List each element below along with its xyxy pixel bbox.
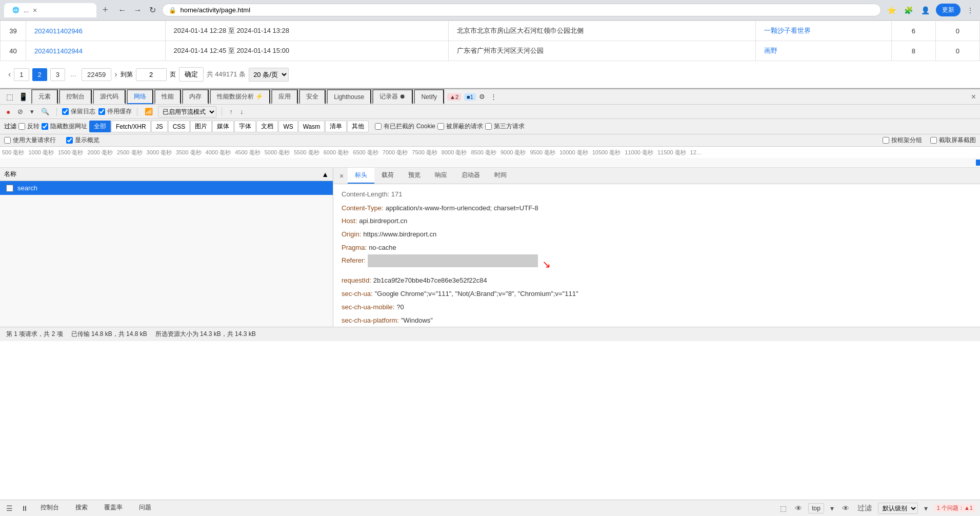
bottom-tab-issues[interactable]: 问题 — [133, 501, 157, 515]
group-by-frame-label[interactable]: 按框架分组 — [883, 136, 922, 145]
screenshot-checkbox[interactable] — [930, 137, 937, 144]
filter-type-字体[interactable]: 字体 — [234, 121, 256, 132]
details-tab-启动器[interactable]: 启动器 — [454, 168, 487, 184]
hide-data-urls-checkbox[interactable] — [42, 123, 48, 130]
prev-page-btn[interactable]: ‹ — [8, 70, 11, 79]
per-page-select[interactable]: 20 条/页 — [249, 68, 289, 82]
filter-type-CSS[interactable]: CSS — [168, 121, 190, 132]
devtools-tab-记录器⏺[interactable]: 记录器 ⏺ — [372, 89, 413, 104]
hide-data-urls-label[interactable]: 隐藏数据网址 — [42, 122, 87, 131]
devtools-tab-内存[interactable]: 内存 — [182, 89, 209, 104]
bottom-filter-btn[interactable]: 过滤 — [855, 503, 874, 514]
bottom-pause-btn[interactable]: ⏸ — [19, 503, 30, 513]
filter-type-文档[interactable]: 文档 — [256, 121, 278, 132]
filter-type-媒体[interactable]: 媒体 — [212, 121, 234, 132]
update-button[interactable]: 更新 — [936, 4, 961, 16]
address-bar[interactable]: 🔒 — [162, 4, 881, 16]
blocked-requests-label[interactable]: 被屏蔽的请求 — [437, 122, 483, 131]
filter-type-全部[interactable]: 全部 — [89, 121, 111, 132]
filter-type-Fetch/XHR[interactable]: Fetch/XHR — [111, 121, 151, 132]
bottom-arrow-btn[interactable]: ▾ — [828, 503, 836, 513]
profile-btn[interactable]: 👤 — [919, 4, 932, 16]
export-btn[interactable]: ↓ — [238, 107, 246, 116]
large-rows-checkbox[interactable] — [4, 137, 11, 144]
disable-cache-label[interactable]: 停用缓存 — [98, 107, 132, 116]
streaming-select[interactable]: 已启用节流模式 — [158, 106, 216, 117]
devtools-tab-安全[interactable]: 安全 — [299, 89, 326, 104]
devtools-close-btn[interactable]: × — [971, 92, 976, 102]
bottom-settings-btn[interactable]: ▾ — [922, 503, 930, 513]
record-btn[interactable]: ● — [4, 107, 12, 117]
inverse-checkbox-label[interactable]: 反转 — [18, 122, 39, 131]
back-button[interactable]: ← — [116, 4, 129, 17]
details-tab-载荷[interactable]: 载荷 — [374, 168, 401, 184]
filter-type-其他[interactable]: 其他 — [347, 121, 369, 132]
bookmark-btn[interactable]: ⭐ — [885, 4, 898, 16]
row-id-link[interactable]: 2024011402946 — [34, 27, 83, 35]
screenshot-label[interactable]: 截取屏幕截图 — [930, 136, 976, 145]
devtools-tab-应用[interactable]: 应用 — [271, 89, 298, 104]
request-checkbox[interactable] — [6, 185, 13, 192]
menu-btn[interactable]: ⋮ — [965, 4, 976, 16]
devtools-tab-性能[interactable]: 性能 — [154, 89, 181, 104]
devtools-tab-网络[interactable]: 网络 — [127, 89, 153, 104]
row-id-link[interactable]: 2024011402944 — [34, 47, 83, 55]
blocked-cookies-label[interactable]: 有已拦截的 Cookie — [375, 122, 435, 131]
address-input[interactable] — [181, 6, 874, 14]
browser-tab[interactable]: 🌐 ... × — [4, 3, 96, 17]
devtools-tab-性能数据分析⚡[interactable]: 性能数据分析 ⚡ — [210, 89, 270, 104]
group-by-frame-checkbox[interactable] — [883, 137, 889, 144]
devtools-tab-控制台[interactable]: 控制台 — [59, 89, 92, 104]
page-btn-1[interactable]: 1 — [14, 68, 29, 81]
overview-checkbox[interactable] — [66, 137, 73, 144]
goto-confirm-btn[interactable]: 确定 — [179, 67, 204, 82]
devtools-settings-btn[interactable]: ⚙ — [477, 92, 487, 102]
bottom-tab-coverage[interactable]: 覆盖率 — [98, 501, 129, 515]
bottom-sidebar-btn[interactable]: ⬚ — [778, 503, 789, 513]
preserve-log-checkbox[interactable] — [62, 108, 69, 115]
overview-label[interactable]: 显示概览 — [66, 136, 99, 145]
next-page-btn[interactable]: › — [114, 70, 117, 79]
page-btn-last[interactable]: 22459 — [82, 68, 111, 81]
row-name-link[interactable]: 一颗沙子看世界 — [764, 27, 811, 34]
page-btn-3[interactable]: 3 — [50, 68, 65, 81]
filter-toggle-btn[interactable]: ▾ — [28, 107, 36, 116]
bottom-tab-console[interactable]: 控制台 — [34, 501, 65, 515]
blocked-requests-checkbox[interactable] — [437, 123, 444, 130]
bottom-tab-search[interactable]: 搜索 — [69, 501, 94, 515]
stop-btn[interactable]: ⊘ — [15, 107, 25, 116]
refresh-button[interactable]: ↻ — [147, 3, 158, 17]
search-request-item[interactable]: search — [0, 181, 333, 195]
new-tab-button[interactable]: + — [98, 3, 112, 17]
large-rows-label[interactable]: 使用大量请求行 — [4, 136, 56, 145]
devtools-tab-netify[interactable]: Netify — [414, 89, 444, 104]
devtools-device-btn[interactable]: 📱 — [16, 91, 30, 103]
filter-type-Wasm[interactable]: Wasm — [298, 121, 325, 132]
devtools-tab-lighthouse[interactable]: Lighthouse — [327, 89, 371, 104]
goto-input[interactable] — [136, 68, 167, 81]
filter-type-JS[interactable]: JS — [151, 121, 168, 132]
details-tab-响应[interactable]: 响应 — [428, 168, 454, 184]
row-name-link[interactable]: 画野 — [764, 47, 777, 54]
devtools-more-btn[interactable]: ⋮ — [488, 92, 499, 102]
tab-close-btn[interactable]: × — [33, 6, 37, 14]
devtools-inspect-btn[interactable]: ⬚ — [4, 91, 15, 103]
devtools-tab-元素[interactable]: 元素 — [31, 89, 58, 104]
preserve-log-label[interactable]: 保留日志 — [62, 107, 95, 116]
blocked-cookies-checkbox[interactable] — [375, 123, 382, 130]
filter-type-清单[interactable]: 清单 — [325, 121, 347, 132]
third-party-label[interactable]: 第三方请求 — [485, 122, 525, 131]
bottom-menu-btn[interactable]: ☰ — [4, 503, 15, 513]
extensions-btn[interactable]: 🧩 — [902, 4, 915, 16]
details-tab-标头[interactable]: 标头 — [348, 168, 374, 184]
details-close-btn[interactable]: × — [335, 170, 348, 182]
inverse-checkbox[interactable] — [18, 123, 25, 130]
requests-collapse-btn[interactable]: ▲ — [322, 170, 329, 178]
import-btn[interactable]: ↑ — [227, 107, 235, 116]
bottom-visible-btn[interactable]: 👁 — [840, 503, 851, 513]
filter-type-图片[interactable]: 图片 — [190, 121, 212, 132]
details-tab-时间[interactable]: 时间 — [487, 168, 514, 184]
page-btn-2[interactable]: 2 — [32, 68, 47, 81]
bottom-eye-btn[interactable]: 👁 — [793, 503, 804, 513]
search-btn[interactable]: 🔍 — [39, 107, 51, 116]
